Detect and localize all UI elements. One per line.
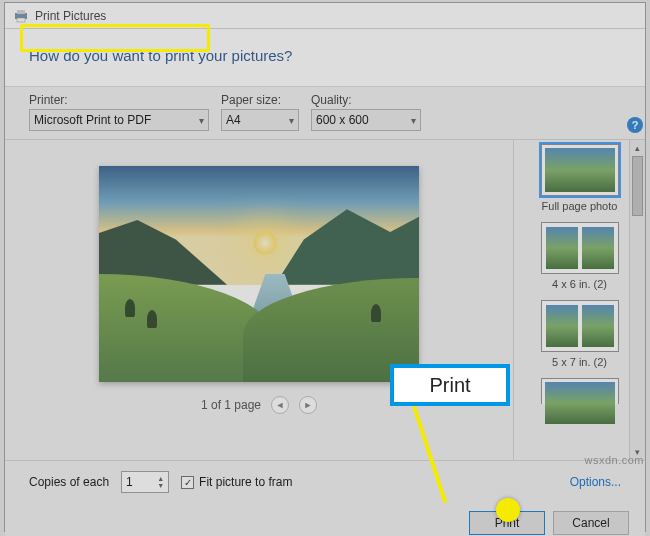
- dialog-header: How do you want to print your pictures?: [5, 29, 645, 87]
- copies-spinner[interactable]: 1 ▲▼: [121, 471, 169, 493]
- layout-label: Full page photo: [516, 200, 643, 212]
- pager: 1 of 1 page ◄ ►: [201, 396, 317, 414]
- titlebar: Print Pictures: [5, 3, 645, 29]
- annotation-print-callout: Print: [390, 364, 510, 406]
- svg-rect-2: [17, 18, 25, 22]
- page-preview: [99, 166, 419, 382]
- pager-text: 1 of 1 page: [201, 398, 261, 412]
- layout-option-5x7[interactable]: 5 x 7 in. (2): [516, 300, 643, 368]
- window-title: Print Pictures: [35, 9, 106, 23]
- copies-label: Copies of each: [29, 475, 109, 489]
- print-controls: Printer: Microsoft Print to PDF ▾ Paper …: [5, 87, 645, 139]
- chevron-down-icon: ▾: [289, 115, 294, 126]
- help-icon[interactable]: ?: [627, 117, 643, 133]
- chevron-down-icon: ▾: [199, 115, 204, 126]
- preview-pane: 1 of 1 page ◄ ►: [5, 140, 513, 460]
- printer-label: Printer:: [29, 93, 209, 107]
- spinner-arrows-icon[interactable]: ▲▼: [157, 475, 164, 489]
- watermark: wsxdn.com: [584, 454, 644, 466]
- paper-size-dropdown[interactable]: A4 ▾: [221, 109, 299, 131]
- copies-value: 1: [126, 475, 133, 489]
- printer-value: Microsoft Print to PDF: [34, 113, 151, 127]
- paper-size-value: A4: [226, 113, 241, 127]
- printer-dropdown[interactable]: Microsoft Print to PDF ▾: [29, 109, 209, 131]
- layout-list: Full page photo 4 x 6 in. (2) 5 x 7 in. …: [513, 140, 645, 460]
- scroll-up-icon[interactable]: ▴: [630, 140, 645, 156]
- svg-rect-1: [17, 10, 25, 14]
- annotation-pointer-dot: [496, 498, 520, 522]
- quality-dropdown[interactable]: 600 x 600 ▾: [311, 109, 421, 131]
- print-pictures-dialog: Print Pictures How do you want to print …: [4, 2, 646, 532]
- layout-scrollbar[interactable]: ▴ ▾: [629, 140, 645, 460]
- paper-size-label: Paper size:: [221, 93, 299, 107]
- pager-prev-button[interactable]: ◄: [271, 396, 289, 414]
- options-link[interactable]: Options...: [570, 475, 621, 489]
- fit-picture-label: Fit picture to fram: [199, 475, 292, 489]
- layout-option-4x6[interactable]: 4 x 6 in. (2): [516, 222, 643, 290]
- header-question: How do you want to print your pictures?: [29, 47, 621, 64]
- cancel-button[interactable]: Cancel: [553, 511, 629, 535]
- quality-value: 600 x 600: [316, 113, 369, 127]
- chevron-down-icon: ▾: [411, 115, 416, 126]
- fit-picture-checkbox[interactable]: ✓ Fit picture to fram: [181, 475, 292, 489]
- dialog-footer: Print Cancel: [5, 503, 645, 536]
- scroll-thumb[interactable]: [632, 156, 643, 216]
- pager-next-button[interactable]: ►: [299, 396, 317, 414]
- layout-option-full-page[interactable]: Full page photo: [516, 144, 643, 212]
- quality-label: Quality:: [311, 93, 421, 107]
- layout-label: 5 x 7 in. (2): [516, 356, 643, 368]
- layout-option-partial[interactable]: [516, 378, 643, 404]
- printer-icon: [13, 8, 29, 24]
- checkbox-icon: ✓: [181, 476, 194, 489]
- layout-label: 4 x 6 in. (2): [516, 278, 643, 290]
- options-row: Copies of each 1 ▲▼ ✓ Fit picture to fra…: [5, 461, 645, 503]
- preview-image: [99, 166, 419, 382]
- main-area: 1 of 1 page ◄ ► Full page photo 4 x 6 in…: [5, 139, 645, 461]
